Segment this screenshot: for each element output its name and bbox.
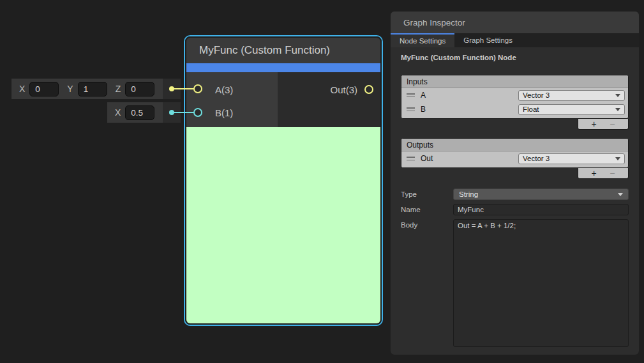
list-item[interactable]: A Vector 3 [401,88,628,102]
body-row: Body Out = A + B + 1/2; [401,219,629,347]
inspector-content: MyFunc (Custom Function) Node Inputs A V… [391,47,639,347]
y-value-field[interactable] [78,82,107,97]
input-type-dropdown[interactable]: Vector 3 [518,90,625,101]
output-port-out-icon[interactable] [364,85,373,94]
drag-handle-icon[interactable] [407,107,415,111]
custom-function-node[interactable]: MyFunc (Custom Function) A(3) B(1) Out(3… [184,35,383,326]
tab-graph-settings[interactable]: Graph Settings [454,33,521,47]
chevron-down-icon [615,157,620,160]
outputs-list-footer: + − [578,168,629,179]
port-label-b: B(1) [215,107,233,119]
outputs-list-header: Outputs [401,139,628,151]
outputs-list: Outputs Out Vector 3 [401,138,629,168]
input-type-dropdown[interactable]: Float [518,104,625,115]
port-label-out: Out(3) [330,84,357,96]
inputs-list: Inputs A Vector 3 B Float [401,75,629,119]
input-name: B [421,105,426,114]
drag-handle-icon[interactable] [407,157,415,160]
node-body: MyFunc (Custom Function) A(3) B(1) Out(3… [185,36,382,325]
z-value-field[interactable] [125,82,154,97]
name-label: Name [401,206,453,213]
add-output-button[interactable]: + [592,169,597,178]
z-label: Z [116,84,121,94]
input-type-value: Float [523,105,539,113]
input-ports-panel [186,72,278,127]
chevron-down-icon [615,108,620,111]
shader-graph-canvas: X Y Z X MyFunc (Custom Function) A(3) B(… [0,0,644,363]
node-ports-area: A(3) B(1) Out(3) [186,72,380,127]
body-field[interactable]: Out = A + B + 1/2; [453,219,629,347]
input-port-b-icon[interactable] [193,108,202,117]
add-input-button[interactable]: + [592,120,597,129]
x-value-field[interactable] [125,105,154,120]
list-item[interactable]: Out Vector 3 [401,151,628,166]
list-item[interactable]: B Float [401,102,628,116]
node-settings-heading: MyFunc (Custom Function) Node [401,53,629,62]
inputs-list-footer: + − [578,119,629,130]
node-title: MyFunc (Custom Function) [186,38,380,63]
chevron-down-icon [615,94,620,97]
remove-output-button[interactable]: − [610,169,615,178]
node-preview [186,127,380,323]
type-dropdown[interactable]: String [453,189,629,200]
x-label: X [19,84,25,94]
y-label: Y [67,84,73,94]
name-row: Name [401,204,629,215]
name-field[interactable] [453,204,629,215]
edge-float-to-b[interactable] [170,112,197,113]
output-name: Out [421,154,433,163]
type-value: String [459,190,478,198]
type-row: Type String [401,189,629,200]
drag-handle-icon[interactable] [407,93,415,97]
remove-input-button[interactable]: − [610,120,615,129]
input-name: A [421,91,426,100]
tab-node-settings[interactable]: Node Settings [391,33,454,47]
vector3-input-widget: X Y Z [11,79,181,99]
output-type-dropdown[interactable]: Vector 3 [518,153,625,164]
input-port-a-icon[interactable] [193,84,202,93]
x-value-field[interactable] [29,82,59,97]
node-color-stripe [186,63,380,72]
chevron-down-icon [618,193,623,196]
inspector-title: Graph Inspector [391,12,639,33]
port-label-a: A(3) [215,84,233,96]
inputs-list-header: Inputs [401,75,628,88]
x-label: X [115,107,121,118]
output-type-value: Vector 3 [523,155,550,162]
input-type-value: Vector 3 [523,91,550,99]
body-label: Body [401,219,453,229]
inspector-tab-bar: Node Settings Graph Settings [391,33,639,47]
type-label: Type [401,190,453,198]
graph-inspector-panel: Graph Inspector Node Settings Graph Sett… [391,12,639,355]
